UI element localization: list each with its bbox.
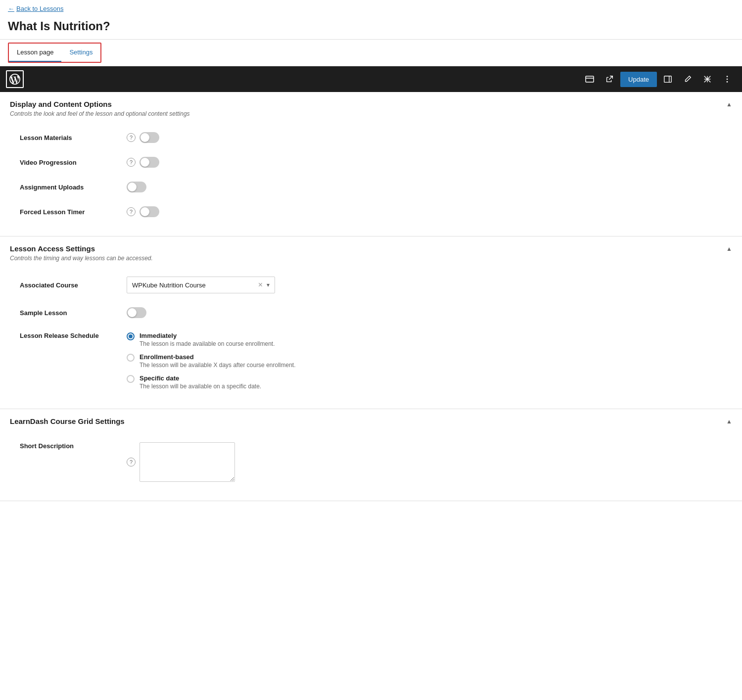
release-schedule-options: Immediately The lesson is made available… [127, 332, 296, 390]
course-grid-section-title: LearnDash Course Grid Settings [10, 417, 125, 425]
radio-specific-date-desc: The lesson will be available on a specif… [139, 383, 261, 390]
update-button[interactable]: Update [620, 72, 657, 87]
short-description-row: Short Description ? [10, 435, 732, 489]
tab-bar: Lesson page Settings [8, 43, 101, 63]
external-link-icon [605, 75, 614, 84]
associated-course-clear[interactable]: × [258, 281, 263, 289]
toolbar-right: Update [581, 70, 736, 88]
tab-settings[interactable]: Settings [61, 44, 100, 62]
lesson-materials-toggle[interactable] [139, 132, 159, 143]
access-settings-rows: Associated Course WPKube Nutrition Cours… [10, 270, 732, 397]
svg-point-9 [727, 79, 728, 80]
sample-lesson-label: Sample Lesson [20, 309, 119, 317]
svg-rect-2 [664, 76, 671, 83]
radio-specific-date[interactable]: Specific date The lesson will be availab… [127, 374, 296, 390]
assignment-uploads-label: Assignment Uploads [20, 184, 119, 191]
access-section-desc: Controls the timing and way lessons can … [10, 255, 153, 262]
sample-lesson-toggle[interactable] [127, 307, 146, 318]
radio-immediately-desc: The lesson is made available on course e… [139, 340, 275, 347]
sidebar-icon [663, 75, 672, 84]
radio-enrollment-label: Enrollment-based [139, 353, 296, 361]
lesson-materials-help-icon[interactable]: ? [127, 133, 136, 142]
settings-content: Display and Content Options Controls the… [0, 92, 742, 501]
associated-course-row: Associated Course WPKube Nutrition Cours… [10, 270, 732, 300]
display-section-header[interactable]: Display and Content Options Controls the… [10, 100, 732, 117]
tab-bar-container: Lesson page Settings [0, 40, 742, 66]
display-section: Display and Content Options Controls the… [0, 92, 742, 236]
svg-point-10 [727, 81, 728, 83]
assignment-uploads-row: Assignment Uploads [10, 175, 732, 199]
external-link-button[interactable] [601, 70, 618, 88]
video-progression-controls: ? [127, 157, 159, 168]
access-section-header[interactable]: Lesson Access Settings Controls the timi… [10, 244, 732, 262]
video-progression-row: Video Progression ? [10, 150, 732, 175]
radio-immediately-input[interactable] [127, 332, 135, 340]
course-grid-settings-rows: Short Description ? [10, 435, 732, 489]
video-progression-label: Video Progression [20, 159, 119, 166]
layout-button[interactable] [659, 70, 677, 88]
forced-lesson-timer-row: Forced Lesson Timer ? [10, 199, 732, 224]
edit-button[interactable] [679, 70, 696, 88]
back-link-label: Back to Lessons [16, 5, 63, 12]
radio-enrollment-desc: The lesson will be available X days afte… [139, 362, 296, 369]
assignment-uploads-controls [127, 182, 146, 192]
associated-course-label: Associated Course [20, 281, 119, 289]
short-description-label: Short Description [20, 442, 119, 450]
radio-enrollment-input[interactable] [127, 354, 135, 362]
radio-immediately-label: Immediately [139, 332, 275, 339]
short-description-help-icon[interactable]: ? [127, 458, 136, 467]
wp-logo-button[interactable] [6, 70, 24, 88]
associated-course-select[interactable]: WPKube Nutrition Course × ▾ [127, 277, 275, 293]
short-description-textarea[interactable] [139, 442, 235, 482]
video-progression-help-icon[interactable]: ? [127, 158, 136, 167]
radio-specific-date-input[interactable] [127, 375, 135, 383]
assignment-uploads-toggle[interactable] [127, 182, 146, 192]
access-section: Lesson Access Settings Controls the timi… [0, 236, 742, 409]
course-grid-section-header[interactable]: LearnDash Course Grid Settings ▲ [10, 417, 732, 427]
view-button[interactable] [581, 70, 599, 88]
lesson-materials-controls: ? [127, 132, 159, 143]
page-title: What Is Nutrition? [0, 17, 742, 40]
access-section-title: Lesson Access Settings [10, 244, 153, 253]
video-progression-toggle[interactable] [139, 157, 159, 168]
course-grid-section-arrow: ▲ [726, 418, 732, 425]
svg-point-8 [727, 76, 728, 77]
sample-lesson-controls [127, 307, 146, 318]
display-section-title: Display and Content Options [10, 100, 190, 108]
tools-icon [703, 75, 712, 84]
lesson-materials-row: Lesson Materials ? [10, 125, 732, 150]
wordpress-icon [9, 74, 20, 85]
tab-lesson-page[interactable]: Lesson page [9, 44, 61, 62]
short-description-controls: ? [127, 442, 235, 482]
forced-lesson-timer-controls: ? [127, 206, 159, 217]
lesson-materials-label: Lesson Materials [20, 134, 119, 141]
forced-lesson-timer-toggle[interactable] [139, 206, 159, 217]
associated-course-arrow: ▾ [267, 281, 270, 288]
display-section-desc: Controls the look and feel of the lesson… [10, 110, 190, 117]
access-section-arrow: ▲ [726, 245, 732, 252]
release-schedule-label: Lesson Release Schedule [20, 332, 119, 339]
back-to-lessons-link[interactable]: ← Back to Lessons [0, 0, 742, 17]
tools-button[interactable] [698, 70, 716, 88]
release-schedule-row: Lesson Release Schedule Immediately The … [10, 325, 732, 397]
associated-course-value: WPKube Nutrition Course [132, 281, 254, 289]
more-options-button[interactable] [718, 70, 736, 88]
arrow-left-icon: ← [8, 5, 14, 12]
radio-enrollment[interactable]: Enrollment-based The lesson will be avai… [127, 353, 296, 369]
editor-toolbar: Update [0, 66, 742, 92]
radio-specific-date-label: Specific date [139, 374, 261, 382]
course-grid-section: LearnDash Course Grid Settings ▲ Short D… [0, 409, 742, 501]
forced-lesson-timer-help-icon[interactable]: ? [127, 207, 136, 216]
display-section-arrow: ▲ [726, 101, 732, 108]
display-settings-rows: Lesson Materials ? Video Progression ? A… [10, 125, 732, 224]
svg-rect-0 [586, 76, 594, 82]
edit-icon [683, 75, 692, 84]
radio-immediately[interactable]: Immediately The lesson is made available… [127, 332, 296, 347]
view-icon [585, 74, 595, 84]
sample-lesson-row: Sample Lesson [10, 300, 732, 325]
forced-lesson-timer-label: Forced Lesson Timer [20, 208, 119, 216]
more-icon [723, 75, 732, 84]
